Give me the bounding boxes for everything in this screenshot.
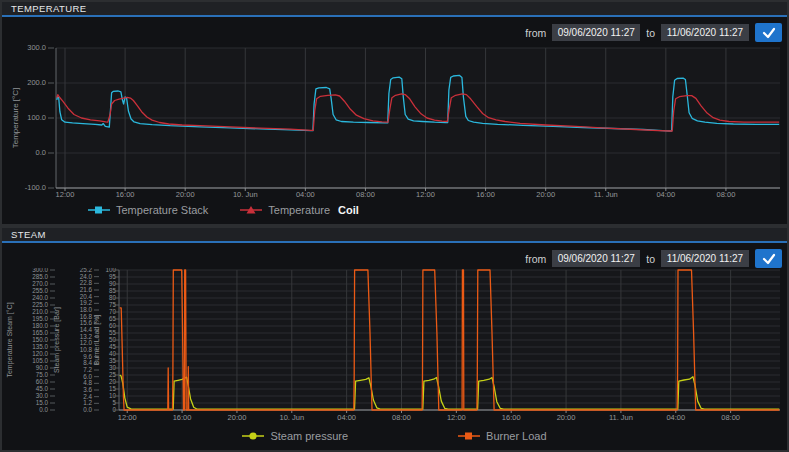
steam-panel-header: STEAM (2, 228, 787, 243)
svg-text:45.0: 45.0 (36, 385, 49, 392)
steam-panel-title: STEAM (11, 229, 46, 240)
temperature-chart[interactable]: 12:0016:0020:0010. Jun04:0008:0012:0016:… (2, 42, 787, 200)
svg-text:Temperature [°C]: Temperature [°C] (11, 88, 20, 149)
svg-text:0.0: 0.0 (36, 148, 46, 157)
svg-text:11. Jun: 11. Jun (594, 190, 618, 199)
temperature-panel-header: TEMPERATURE (2, 2, 787, 17)
svg-text:195.0: 195.0 (32, 315, 48, 322)
svg-text:10. Jun: 10. Jun (233, 190, 258, 199)
svg-text:08:00: 08:00 (356, 190, 375, 199)
svg-text:90.0: 90.0 (36, 364, 49, 371)
svg-text:08:00: 08:00 (717, 190, 736, 199)
apply-date-range-button[interactable] (755, 23, 782, 42)
x-axis: 12:0016:0020:0010. Jun04:0008:0012:0016:… (118, 410, 740, 422)
svg-text:60.0: 60.0 (36, 378, 49, 385)
svg-text:30.0: 30.0 (36, 392, 49, 399)
svg-text:12:00: 12:00 (416, 190, 435, 199)
svg-text:Temperature Steam [°C]: Temperature Steam [°C] (6, 302, 14, 377)
svg-text:165.0: 165.0 (32, 329, 48, 336)
svg-text:20:00: 20:00 (176, 190, 195, 199)
circle-marker-icon (242, 431, 264, 441)
svg-text:12:00: 12:00 (447, 413, 466, 422)
to-date-input[interactable] (661, 250, 749, 267)
x-axis: 12:0016:0020:0010. Jun04:0008:0012:0016:… (56, 188, 736, 199)
legend-label: Temperature Stack (116, 204, 208, 216)
svg-text:16:00: 16:00 (173, 413, 192, 422)
svg-text:0.0: 0.0 (83, 406, 92, 413)
svg-text:08:00: 08:00 (721, 413, 740, 422)
svg-text:20:00: 20:00 (557, 413, 576, 422)
square-marker-icon (88, 205, 110, 215)
svg-text:75.0: 75.0 (36, 371, 49, 378)
legend-label-emphasis: Coil (338, 204, 359, 216)
svg-text:11. Jun: 11. Jun (609, 413, 633, 422)
svg-text:285.0: 285.0 (32, 273, 48, 280)
svg-text:12:00: 12:00 (118, 413, 137, 422)
panel-temperature: TEMPERATURE from to 12:0016:0020:0010. J… (2, 2, 787, 224)
from-date-input[interactable] (552, 24, 640, 41)
from-date-input[interactable] (552, 250, 640, 267)
svg-text:105.0: 105.0 (32, 357, 48, 364)
svg-text:225.0: 225.0 (32, 301, 48, 308)
to-date-input[interactable] (661, 24, 749, 41)
y-axis-0: 300.0285.0270.0255.0240.0225.0210.0195.0… (6, 268, 55, 413)
svg-text:150.0: 150.0 (32, 336, 48, 343)
legend-item-temperature-coil[interactable]: TemperatureCoil (240, 204, 359, 216)
from-label: from (525, 253, 546, 265)
svg-text:240.0: 240.0 (32, 294, 48, 301)
svg-text:15.0: 15.0 (36, 399, 49, 406)
steam-date-toolbar: from to (525, 249, 782, 268)
steam-chart[interactable]: 12:0016:0020:0010. Jun04:0008:0012:0016:… (2, 268, 787, 426)
to-label: to (646, 27, 655, 39)
gridlines (119, 270, 780, 410)
svg-text:270.0: 270.0 (32, 280, 48, 287)
legend-item-temperature-stack[interactable]: Temperature Stack (88, 204, 208, 216)
svg-text:20:00: 20:00 (536, 190, 555, 199)
legend-label: Burner Load (486, 430, 547, 442)
check-icon (761, 252, 777, 266)
svg-text:Burner Load [%]: Burner Load [%] (93, 315, 101, 366)
triangle-marker-icon (240, 205, 262, 215)
svg-text:135.0: 135.0 (32, 343, 48, 350)
legend-item-steam-pressure[interactable]: Steam pressure (242, 430, 348, 442)
svg-text:12:00: 12:00 (56, 190, 75, 199)
panel-steam: STEAM from to 12:0016:0020:0010. Jun04:0… (2, 228, 787, 450)
legend-label: Steam pressure (270, 430, 348, 442)
svg-text:04:00: 04:00 (296, 190, 315, 199)
temperature-panel-title: TEMPERATURE (11, 3, 86, 14)
from-label: from (525, 27, 546, 39)
dashboard: TEMPERATURE from to 12:0016:0020:0010. J… (0, 0, 789, 452)
svg-text:16:00: 16:00 (116, 190, 135, 199)
svg-text:04:00: 04:00 (656, 190, 675, 199)
svg-text:210.0: 210.0 (32, 308, 48, 315)
y-axis-0: 300.0200.0100.00.0-100.0Temperature [°C] (11, 43, 54, 192)
svg-text:180.0: 180.0 (32, 322, 48, 329)
legend-label: Temperature (268, 204, 330, 216)
svg-text:08:00: 08:00 (392, 413, 411, 422)
svg-text:10. Jun: 10. Jun (279, 413, 304, 422)
apply-date-range-button[interactable] (755, 249, 782, 268)
svg-text:0.0: 0.0 (39, 406, 48, 413)
svg-text:100.0: 100.0 (27, 113, 46, 122)
steam-legend: Steam pressureBurner Load (2, 427, 787, 445)
svg-text:04:00: 04:00 (337, 413, 356, 422)
svg-text:-100.0: -100.0 (25, 183, 46, 192)
svg-text:20:00: 20:00 (228, 413, 247, 422)
svg-text:16:00: 16:00 (502, 413, 521, 422)
svg-text:300.0: 300.0 (27, 43, 46, 52)
svg-text:Steam pressure [Bar]: Steam pressure [Bar] (53, 307, 61, 373)
svg-text:255.0: 255.0 (32, 287, 48, 294)
svg-text:200.0: 200.0 (27, 78, 46, 87)
legend-item-burner-load[interactable]: Burner Load (458, 430, 547, 442)
svg-text:04:00: 04:00 (666, 413, 685, 422)
svg-text:16:00: 16:00 (476, 190, 495, 199)
square-marker-icon (458, 431, 480, 441)
check-icon (761, 26, 777, 40)
svg-text:120.0: 120.0 (32, 350, 48, 357)
temperature-date-toolbar: from to (525, 23, 782, 42)
to-label: to (646, 253, 655, 265)
temperature-legend: Temperature StackTemperatureCoil (88, 201, 359, 219)
